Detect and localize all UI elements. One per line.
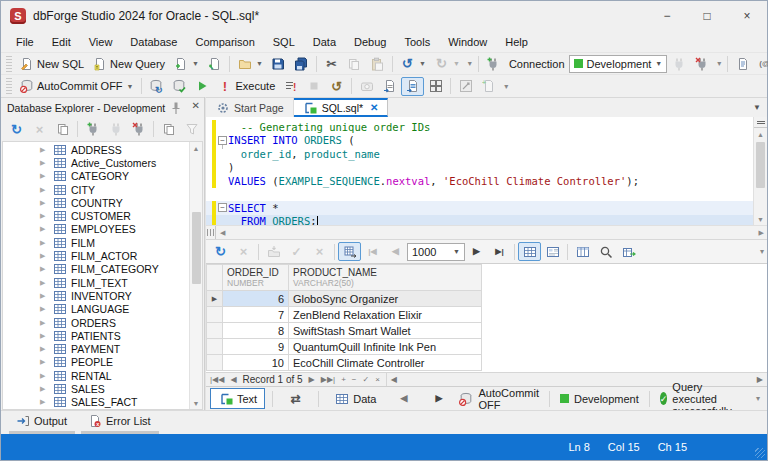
next-record-button[interactable]: ▶ [309, 375, 315, 384]
expand-icon[interactable]: ▶ [40, 172, 48, 180]
toolbar-overflow[interactable]: ▾ [464, 59, 475, 68]
tab-data[interactable]: Data [326, 388, 384, 409]
grid-view-button[interactable] [518, 242, 541, 261]
code-line[interactable]: -- Generating unique order IDs [206, 120, 753, 134]
tab-start-page[interactable]: Start Page [206, 98, 294, 117]
disconnect-button[interactable] [690, 54, 713, 73]
connection-combo[interactable]: Development▼ [569, 55, 668, 73]
execute-script-button[interactable]: ! [279, 77, 302, 96]
fold-toggle-icon[interactable]: − [218, 136, 227, 145]
new-query-button[interactable]: New Query [88, 54, 169, 73]
disconnect-button[interactable] [127, 120, 150, 139]
delete-record-button[interactable]: − [352, 375, 357, 384]
tree-item-payment[interactable]: ▶PAYMENT [3, 342, 202, 355]
scroll-thumb[interactable] [192, 212, 201, 284]
menu-comparison[interactable]: Comparison [186, 34, 263, 50]
paging-mode-button[interactable] [338, 242, 361, 261]
expand-icon[interactable]: ▶ [40, 345, 48, 353]
apply-changes-button[interactable] [262, 242, 285, 261]
new-results-view-button[interactable]: + [477, 77, 500, 96]
next-page-button[interactable]: ▶ [465, 242, 488, 261]
menu-sql[interactable]: SQL [264, 34, 304, 50]
column-visibility-button[interactable] [571, 242, 594, 261]
grid-cell[interactable]: 10 [223, 355, 289, 371]
last-page-button[interactable]: ▶| [488, 242, 511, 261]
code-area[interactable]: -- Generating unique order IDs−INSERT IN… [206, 117, 753, 225]
expand-icon[interactable]: ▶ [40, 385, 48, 393]
execution-history-button[interactable]: ↺ [325, 77, 348, 96]
copy-button[interactable] [343, 54, 366, 73]
page-size-combo[interactable]: 1000▼ [407, 243, 465, 261]
grid-row[interactable]: 10EcoChill Climate Controller [207, 355, 482, 371]
menu-help[interactable]: Help [496, 34, 537, 50]
cut-button[interactable]: ✂ [320, 54, 343, 73]
tree-item-customer[interactable]: ▶CUSTOMER [3, 209, 202, 222]
tab-error-list[interactable]: xError List [81, 411, 159, 434]
scroll-down-icon[interactable]: ▼ [193, 397, 200, 409]
editor-hscrollbar[interactable]: ◀ ▶ [206, 225, 767, 239]
tree-item-inventory[interactable]: ▶INVENTORY [3, 289, 202, 302]
first-record-button[interactable]: |◀◀ [210, 375, 224, 384]
delete-button[interactable]: × [28, 120, 51, 139]
expand-icon[interactable]: ▶ [40, 305, 48, 313]
grid-row[interactable]: ▶6GloboSync Organizer [207, 291, 482, 307]
close-panel-icon[interactable]: ✕ [192, 100, 200, 115]
tab-output[interactable]: Output [9, 411, 75, 434]
code-line[interactable] [206, 188, 753, 202]
grid-cell[interactable]: ZenBlend Relaxation Elixir [289, 307, 482, 323]
scroll-left-icon[interactable]: ◀ [220, 227, 225, 239]
expand-icon[interactable]: ▶ [40, 292, 48, 300]
commit-button[interactable]: ↻ [145, 77, 168, 96]
code-line[interactable]: order_id, product_name [206, 147, 753, 161]
expand-icon[interactable]: ▶ [40, 186, 48, 194]
menu-window[interactable]: Window [439, 34, 496, 50]
accept-changes-button[interactable]: ✓ [285, 242, 308, 261]
results-to-text-button[interactable] [378, 77, 401, 96]
status-overflow[interactable]: ▾ [752, 394, 763, 403]
menu-data[interactable]: Data [304, 34, 345, 50]
filter-button[interactable] [180, 120, 203, 139]
grid-cell[interactable]: EcoChill Climate Controller [289, 355, 482, 371]
scroll-left-icon[interactable]: ◀ [391, 375, 397, 384]
open-file-button[interactable]: ▼ [233, 54, 267, 73]
column-header-order_id[interactable]: ORDER_IDNUMBER [223, 265, 289, 291]
tree-item-country[interactable]: ▶COUNTRY [3, 196, 202, 209]
expand-icon[interactable]: ▶ [40, 319, 48, 327]
duplicate-object-button[interactable] [157, 120, 180, 139]
toolbar-grip[interactable] [6, 78, 12, 94]
row-marker[interactable] [207, 323, 223, 339]
maximize-button[interactable]: □ [687, 1, 727, 31]
last-record-button[interactable]: ▶▶| [321, 375, 335, 384]
swap-panes[interactable]: ⇄ [280, 388, 311, 409]
editor-vscrollbar[interactable]: ▲ ▼ [753, 117, 767, 225]
toolbar-grip[interactable] [6, 56, 12, 72]
sql-history-button[interactable] [731, 54, 754, 73]
tree-item-film_text[interactable]: ▶FILM_TEXT [3, 276, 202, 289]
grid-cell[interactable]: 7 [223, 307, 289, 323]
grid-row[interactable]: 8SwiftStash Smart Wallet [207, 323, 482, 339]
paste-button[interactable] [366, 54, 389, 73]
export-data-button[interactable] [617, 242, 640, 261]
expand-icon[interactable]: ▶ [40, 398, 48, 406]
grid-row[interactable]: 9QuantumQuill Infinite Ink Pen [207, 339, 482, 355]
expand-icon[interactable]: ▶ [40, 159, 48, 167]
row-marker[interactable] [207, 355, 223, 371]
pin-results-button[interactable] [454, 77, 477, 96]
grid-cell[interactable]: 9 [223, 339, 289, 355]
grid-cell[interactable]: QuantumQuill Infinite Ink Pen [289, 339, 482, 355]
post-edit-button[interactable]: ✓ [362, 375, 369, 384]
connect-button[interactable] [104, 120, 127, 139]
expand-icon[interactable]: ▶ [40, 146, 48, 154]
menu-tools[interactable]: Tools [395, 34, 439, 50]
column-header-product_name[interactable]: PRODUCT_NAMEVARCHAR2(50) [289, 265, 482, 291]
grid-row[interactable]: 7ZenBlend Relaxation Elixir [207, 307, 482, 323]
tree-item-address[interactable]: ▶ADDRESS [3, 143, 202, 156]
new-connection-doc-button[interactable] [203, 54, 226, 73]
menu-edit[interactable]: Edit [43, 34, 80, 50]
scroll-right-icon[interactable]: ▶ [759, 227, 764, 239]
prev-page-button[interactable]: ◀ [384, 242, 407, 261]
stop-execution-button[interactable] [302, 77, 325, 96]
tree-item-category[interactable]: ▶CATEGORY [3, 170, 202, 183]
tree-scrollbar[interactable]: ▲ ▼ [189, 142, 202, 409]
bind-variables-button[interactable]: (@) [754, 54, 768, 73]
